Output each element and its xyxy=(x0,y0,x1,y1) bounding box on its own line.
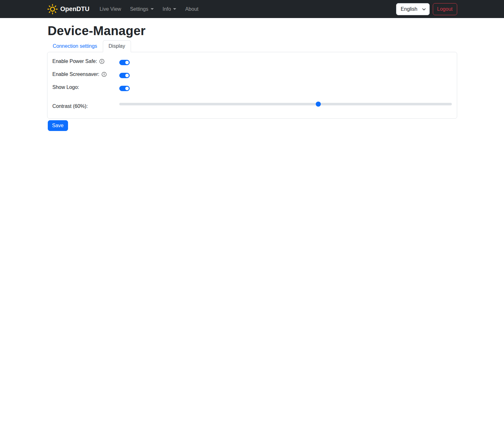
tab-display[interactable]: Display xyxy=(103,40,131,52)
form-row-contrast: Contrast (60%): xyxy=(53,100,452,110)
form-row-power-safe: Enable Power Safe: xyxy=(53,58,452,65)
field-control xyxy=(119,58,452,65)
brand-label: OpenDTU xyxy=(60,5,90,13)
nav-item-label: Settings xyxy=(130,6,148,12)
toggle-knob xyxy=(125,61,129,64)
display-settings-card: Enable Power Safe: Enable Screensaver: xyxy=(47,52,457,119)
toggle-enable-screensaver[interactable] xyxy=(119,73,130,78)
field-label-text: Enable Power Safe: xyxy=(53,58,97,65)
nav-item-label: Live View xyxy=(100,6,121,12)
brand-link[interactable]: OpenDTU xyxy=(47,4,90,15)
chevron-down-icon xyxy=(151,8,154,10)
field-label-text: Contrast (60%): xyxy=(53,103,88,110)
nav-item-label: Info xyxy=(163,6,171,12)
language-select-wrap: English xyxy=(396,3,430,15)
nav-item-label: About xyxy=(185,6,198,12)
toggle-show-logo[interactable] xyxy=(119,86,130,91)
chevron-down-icon xyxy=(173,8,176,10)
field-control xyxy=(119,100,452,107)
save-button[interactable]: Save xyxy=(48,120,68,131)
field-label: Enable Screensaver: xyxy=(53,71,119,78)
tab-bar: Connection settings Display xyxy=(47,40,457,52)
toggle-knob xyxy=(125,74,129,77)
field-label: Contrast (60%): xyxy=(53,100,119,110)
form-row-show-logo: Show Logo: xyxy=(53,84,452,91)
top-navbar: OpenDTU Live View Settings Info About En… xyxy=(0,0,504,18)
field-control xyxy=(119,84,452,91)
nav-item-live-view[interactable]: Live View xyxy=(95,4,126,15)
page-title: Device-Manager xyxy=(48,24,457,38)
toggle-knob xyxy=(125,87,129,90)
form-row-screensaver: Enable Screensaver: xyxy=(53,71,452,78)
main-container: Device-Manager Connection settings Displ… xyxy=(43,24,461,131)
info-icon[interactable] xyxy=(99,59,104,64)
nav-item-about[interactable]: About xyxy=(181,4,203,15)
field-control xyxy=(119,71,452,78)
field-label-text: Show Logo: xyxy=(53,84,79,91)
info-icon[interactable] xyxy=(102,72,107,77)
toggle-enable-power-safe[interactable] xyxy=(119,60,130,65)
nav-links: Live View Settings Info About xyxy=(95,4,396,15)
field-label-text: Enable Screensaver: xyxy=(53,71,100,78)
nav-item-settings[interactable]: Settings xyxy=(126,4,158,15)
tab-connection-settings[interactable]: Connection settings xyxy=(47,40,103,52)
logout-button[interactable]: Logout xyxy=(433,3,457,15)
field-label: Enable Power Safe: xyxy=(53,58,119,65)
nav-item-info[interactable]: Info xyxy=(158,4,181,15)
field-label: Show Logo: xyxy=(53,84,119,91)
contrast-slider[interactable] xyxy=(119,102,452,107)
language-select[interactable]: English xyxy=(396,3,430,15)
sun-icon xyxy=(47,4,58,15)
